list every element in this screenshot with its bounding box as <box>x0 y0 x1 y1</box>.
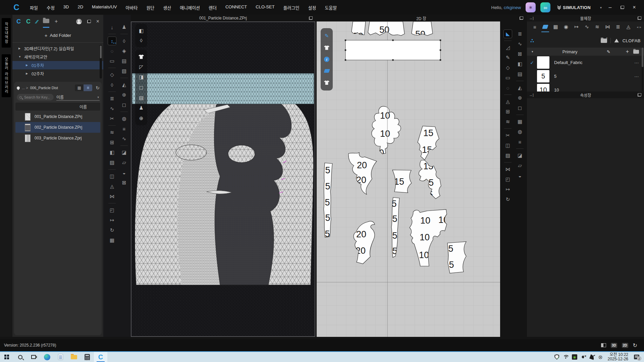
tree-arrow-icon[interactable]: ▶ <box>26 72 29 75</box>
add-fabric-button[interactable]: + <box>626 49 629 55</box>
library-clo-tab[interactable]: C <box>16 18 21 25</box>
menu-item-11[interactable]: CLO-SET <box>251 4 279 11</box>
simulation-button[interactable]: SIMULATION <box>558 5 591 10</box>
garment-fit-icon[interactable]: ◊ <box>120 37 128 45</box>
lock-garment-icon[interactable] <box>323 79 331 87</box>
tree-item-3[interactable]: ▶02주차 <box>12 69 103 78</box>
2d-pattern-canvas[interactable]: 5050501010101015152020555551515155202055… <box>317 21 500 337</box>
fabric-group-header[interactable]: ▾ Primary ✎ + <box>527 48 644 56</box>
selection-handle[interactable] <box>345 49 346 51</box>
file-explorer-icon[interactable] <box>67 352 80 362</box>
3d-viewport[interactable]: ◧◊ ◸◨◻▤♟⊕ <box>131 21 315 337</box>
fabric-row-1[interactable]: 55⋯ <box>527 69 644 83</box>
sewing-machine-icon[interactable]: ≣ <box>108 94 116 103</box>
garment-half-icon[interactable]: ◒ <box>120 168 128 177</box>
float-property-window-icon[interactable] <box>638 93 641 97</box>
closet-button[interactable]: ∞ <box>540 2 550 12</box>
fold-arrange-icon[interactable]: ◧ <box>516 60 524 68</box>
collapse-property-icon[interactable]: →| <box>529 93 534 97</box>
puckering-icon[interactable]: ⋈ <box>602 22 613 31</box>
minimize-button[interactable]: – <box>606 4 614 10</box>
menu-item-4[interactable]: Materials/UV <box>88 4 121 11</box>
cut-icon[interactable]: ✂ <box>503 131 512 140</box>
tray-close-icon[interactable]: ⊗ <box>598 354 602 360</box>
seam-allowance-icon[interactable]: ≋ <box>503 117 512 126</box>
library-md-tab[interactable]: ∕∕ <box>36 19 38 24</box>
task-view-button[interactable] <box>27 352 40 362</box>
library-closet-tab[interactable]: C <box>26 18 31 25</box>
grading-icon[interactable]: ◰ <box>503 175 512 184</box>
sort-select[interactable]: 이름 ▾ <box>56 94 100 101</box>
search-box[interactable] <box>17 94 54 101</box>
rename-group-icon[interactable]: ✎ <box>607 49 610 54</box>
tree-scrollbar[interactable] <box>100 45 102 78</box>
float-3d-window-icon[interactable] <box>309 16 313 20</box>
file-row-0[interactable]: 001_Particle Distance.ZPrj <box>15 111 100 122</box>
library-folder-tab[interactable] <box>43 18 49 28</box>
group-folder-icon[interactable] <box>633 50 639 54</box>
print-layout-icon[interactable]: ◻ <box>516 104 524 112</box>
grid-icon[interactable]: ▦ <box>108 236 116 245</box>
library-add-tab-button[interactable]: + <box>55 18 58 24</box>
hem-icon[interactable]: ▨ <box>108 158 116 167</box>
edit-pattern-icon[interactable]: ◿ <box>503 43 512 52</box>
float-panel-icon[interactable] <box>87 20 91 23</box>
fabric-swatch[interactable] <box>537 56 549 69</box>
select-lasso-icon[interactable]: ◌ <box>108 47 116 55</box>
grid-view-button[interactable]: ▦ <box>75 84 84 91</box>
selection-handle[interactable] <box>440 59 441 61</box>
selection-handle[interactable] <box>440 49 441 51</box>
buttonhole-icon[interactable]: ↦ <box>571 22 582 31</box>
fabric-swatch[interactable]: 5 <box>537 70 549 82</box>
fabric-row-0[interactable]: ✓Default_Fabric⋯ <box>527 56 644 69</box>
simulate-icon[interactable]: ↓ <box>108 23 116 32</box>
menu-item-13[interactable]: 설정 <box>304 4 320 11</box>
pin-icon[interactable]: ◇ <box>108 70 116 79</box>
add-point-icon[interactable]: ◇ <box>503 63 512 72</box>
steam-icon[interactable]: ≡ <box>516 137 524 146</box>
show-3d-object-icon[interactable]: ◧ <box>137 27 145 35</box>
garment-press-icon[interactable]: ⊕ <box>120 90 128 99</box>
selected-rectangle-pattern[interactable] <box>345 40 441 61</box>
3d-garment-mesh[interactable] <box>131 22 315 336</box>
search-input[interactable] <box>23 95 50 100</box>
3d-view-badge[interactable]: 3D <box>611 343 617 348</box>
fold-icon[interactable]: ◧ <box>108 148 116 157</box>
select-move-icon[interactable]: ↕↔ <box>108 37 116 45</box>
tree-arrow-icon[interactable]: ▶ <box>18 47 21 50</box>
pleat-icon[interactable]: ⋈ <box>108 192 116 201</box>
measure-icon[interactable]: ↦ <box>108 216 116 225</box>
garment-plane-icon[interactable]: ▱ <box>120 158 128 167</box>
tree-item-1[interactable]: ▼새싹강의교안 <box>12 53 103 61</box>
notepad-icon[interactable] <box>54 352 67 362</box>
close-button[interactable]: × <box>631 4 638 10</box>
notification-icon[interactable]: 2 <box>634 355 639 359</box>
garment-layer-icon[interactable]: ◈ <box>120 47 128 55</box>
garment-shade-icon[interactable]: ◪ <box>120 148 128 157</box>
defender-shield-icon[interactable] <box>554 354 559 360</box>
avatar-walk-icon[interactable]: ♟ <box>120 23 128 32</box>
selection-handle[interactable] <box>345 59 346 61</box>
menu-item-8[interactable]: 애니메이션 <box>175 4 204 11</box>
texture-icon[interactable]: ▦ <box>550 22 561 31</box>
iron-icon[interactable]: ▦ <box>516 117 524 126</box>
menu-item-2[interactable]: 3D <box>59 4 73 11</box>
fabric-icon[interactable] <box>540 22 550 31</box>
sync-refresh-icon[interactable]: ↻ <box>633 342 637 349</box>
nav-left-icon[interactable]: ◂ <box>637 25 638 29</box>
float-2d-window-icon[interactable] <box>520 16 523 20</box>
object-list-icon[interactable]: ≡ <box>530 22 540 31</box>
garment-fuse-icon[interactable]: ◍ <box>120 114 128 123</box>
button-icon[interactable]: ◉ <box>561 22 571 31</box>
tack-icon[interactable]: ⊞ <box>108 138 116 147</box>
breadcrumb[interactable]: ... > 006_Particle Dist ▦ ≡ ↻ <box>17 84 100 92</box>
tab-work-history[interactable]: 작업내역창 <box>2 18 11 48</box>
ai-wand-button[interactable]: ∗ <box>526 2 536 12</box>
shape-icon[interactable]: ▨ <box>503 151 512 160</box>
pattern-half-icon[interactable]: ◒ <box>516 171 524 180</box>
menu-item-6[interactable]: 원단 <box>142 4 159 11</box>
tree-arrow-icon[interactable]: ▼ <box>18 55 21 58</box>
2d-viewport[interactable]: 5050501010101015152020555551515155202055… <box>317 21 500 337</box>
fabric-check-icon[interactable]: ✓ <box>527 60 537 65</box>
fabric-row-2[interactable]: 1010 <box>527 83 644 92</box>
